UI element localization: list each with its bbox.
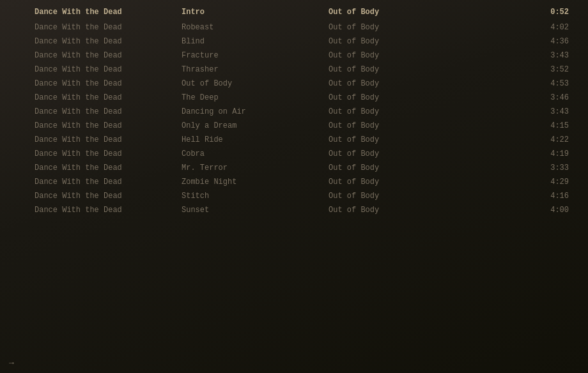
track-duration: 4:00	[456, 204, 575, 216]
track-title: Robeast	[182, 22, 329, 33]
track-artist: Dance With the Dead	[35, 22, 182, 33]
table-row[interactable]: Dance With the DeadRobeastOut of Body4:0…	[0, 20, 588, 34]
track-duration: 3:52	[456, 64, 575, 75]
track-album: Out of Body	[329, 36, 456, 47]
track-duration: 4:29	[456, 176, 575, 188]
table-row[interactable]: Dance With the DeadBlindOut of Body4:36	[0, 34, 588, 49]
table-row[interactable]: Dance With the DeadOut of BodyOut of Bod…	[0, 77, 588, 91]
track-artist: Dance With the Dead	[35, 148, 182, 160]
track-album: Out of Body	[329, 78, 456, 89]
header-title: Intro	[182, 6, 329, 18]
track-title: Hell Ride	[182, 134, 329, 146]
track-title: Mr. Terror	[182, 162, 329, 174]
table-row[interactable]: Dance With the DeadOnly a DreamOut of Bo…	[0, 119, 588, 133]
track-artist: Dance With the Dead	[35, 64, 182, 75]
track-duration: 4:53	[456, 78, 575, 89]
track-duration: 3:43	[456, 50, 575, 61]
track-album: Out of Body	[329, 190, 456, 202]
table-row[interactable]: Dance With the DeadMr. TerrorOut of Body…	[0, 161, 588, 175]
track-artist: Dance With the Dead	[35, 50, 182, 61]
track-album: Out of Body	[329, 134, 456, 146]
track-title: Only a Dream	[182, 120, 329, 132]
track-duration: 3:43	[456, 106, 575, 118]
header-artist: Dance With the Dead	[35, 6, 182, 18]
track-album: Out of Body	[329, 204, 456, 216]
table-row[interactable]: Dance With the DeadFractureOut of Body3:…	[0, 49, 588, 63]
track-title: Cobra	[182, 148, 329, 160]
track-title: Dancing on Air	[182, 106, 329, 118]
track-duration: 4:19	[456, 148, 575, 160]
table-row[interactable]: Dance With the DeadZombie NightOut of Bo…	[0, 175, 588, 189]
track-title: Thrasher	[182, 64, 329, 75]
header-album: Out of Body	[329, 6, 456, 18]
track-album: Out of Body	[329, 92, 456, 103]
track-duration: 4:22	[456, 134, 575, 146]
track-title: Fracture	[182, 50, 329, 61]
arrow-indicator: →	[9, 358, 14, 368]
track-artist: Dance With the Dead	[35, 190, 182, 202]
table-row[interactable]: Dance With the DeadDancing on AirOut of …	[0, 105, 588, 119]
table-row[interactable]: Dance With the DeadHell RideOut of Body4…	[0, 133, 588, 147]
track-artist: Dance With the Dead	[35, 176, 182, 188]
track-artist: Dance With the Dead	[35, 162, 182, 174]
track-artist: Dance With the Dead	[35, 78, 182, 89]
header-duration: 0:52	[456, 6, 575, 18]
track-artist: Dance With the Dead	[35, 92, 182, 103]
track-album: Out of Body	[329, 162, 456, 174]
track-duration: 4:36	[456, 36, 575, 47]
track-album: Out of Body	[329, 50, 456, 61]
track-album: Out of Body	[329, 176, 456, 188]
track-album: Out of Body	[329, 148, 456, 160]
track-artist: Dance With the Dead	[35, 106, 182, 118]
track-title: The Deep	[182, 92, 329, 103]
track-list: Dance With the Dead Intro Out of Body 0:…	[0, 0, 588, 222]
track-artist: Dance With the Dead	[35, 204, 182, 216]
table-row[interactable]: Dance With the DeadThe DeepOut of Body3:…	[0, 91, 588, 105]
track-album: Out of Body	[329, 22, 456, 33]
track-title: Zombie Night	[182, 176, 329, 188]
track-title: Blind	[182, 36, 329, 47]
track-duration: 3:33	[456, 162, 575, 174]
track-list-header: Dance With the Dead Intro Out of Body 0:…	[0, 5, 588, 19]
table-row[interactable]: Dance With the DeadThrasherOut of Body3:…	[0, 63, 588, 77]
table-row[interactable]: Dance With the DeadSunsetOut of Body4:00	[0, 203, 588, 217]
track-duration: 3:46	[456, 92, 575, 103]
track-artist: Dance With the Dead	[35, 120, 182, 132]
track-title: Stitch	[182, 190, 329, 202]
track-artist: Dance With the Dead	[35, 36, 182, 47]
track-duration: 4:16	[456, 190, 575, 202]
track-title: Sunset	[182, 204, 329, 216]
track-album: Out of Body	[329, 120, 456, 132]
track-album: Out of Body	[329, 106, 456, 118]
table-row[interactable]: Dance With the DeadStitchOut of Body4:16	[0, 189, 588, 203]
track-duration: 4:02	[456, 22, 575, 33]
track-album: Out of Body	[329, 64, 456, 75]
table-row[interactable]: Dance With the DeadCobraOut of Body4:19	[0, 147, 588, 161]
track-title: Out of Body	[182, 78, 329, 89]
track-artist: Dance With the Dead	[35, 134, 182, 146]
track-duration: 4:15	[456, 120, 575, 132]
